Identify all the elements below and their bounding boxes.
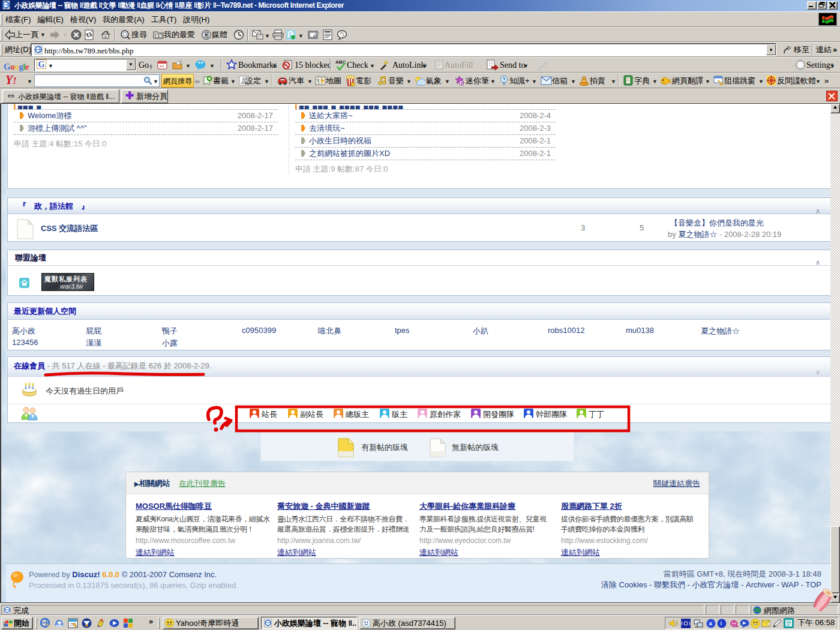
- svg-text:": ": [200, 61, 203, 68]
- svg-text:i: i: [721, 620, 722, 626]
- svg-text:Y: Y: [460, 80, 464, 86]
